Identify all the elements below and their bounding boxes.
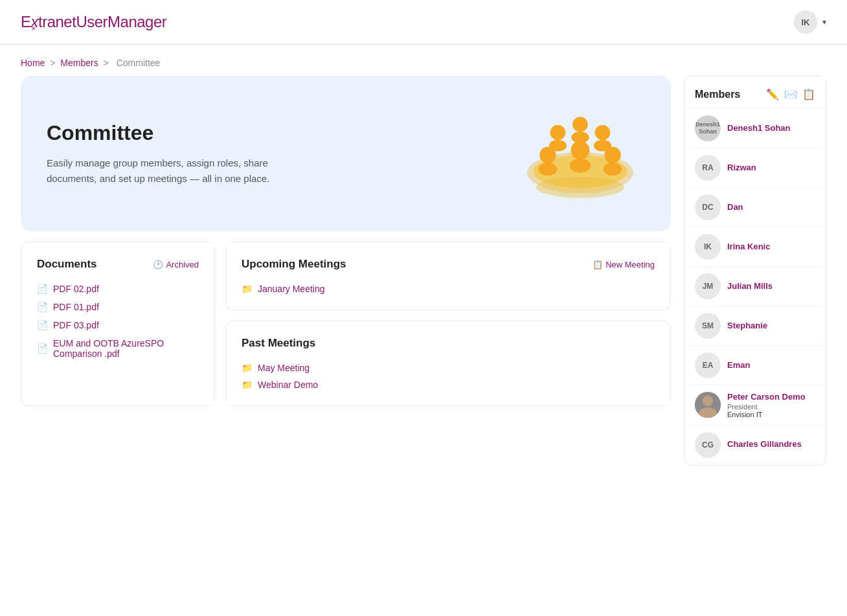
app-logo: Ex✕tranetUserManager xyxy=(21,13,166,31)
meeting-name: May Meeting xyxy=(258,363,310,373)
member-avatar: EA xyxy=(695,352,721,378)
past-meetings-title: Past Meetings xyxy=(242,337,315,350)
member-item[interactable]: EA Eman xyxy=(684,346,826,385)
member-info: Stephanie xyxy=(727,321,815,332)
document-icon: 📄 xyxy=(37,343,48,354)
member-info: Dan xyxy=(727,202,815,213)
member-item[interactable]: SM Stephanie xyxy=(684,306,826,346)
doc-item[interactable]: 📄 PDF 03.pdf xyxy=(37,320,199,330)
past-meeting-item[interactable]: 📁 May Meeting xyxy=(242,363,655,373)
member-name: Eman xyxy=(727,360,815,371)
member-name: Charles Gillandres xyxy=(727,439,815,450)
document-icon: 📄 xyxy=(37,284,48,294)
hero-description: Easily manage group members, assign role… xyxy=(47,155,293,187)
svg-point-14 xyxy=(536,177,624,198)
member-role: President xyxy=(727,403,815,411)
breadcrumb-home[interactable]: Home xyxy=(21,58,45,68)
email-members-button[interactable]: ✉️ xyxy=(784,88,797,100)
breadcrumb-current: Committee xyxy=(117,58,161,68)
member-item[interactable]: IK Irina Kenic xyxy=(684,227,826,267)
folder-icon: 📁 xyxy=(242,380,253,390)
copy-members-button[interactable]: 📋 xyxy=(802,88,815,100)
documents-card: Documents 🕐 Archived 📄 PDF 02.pdf 📄 PDF … xyxy=(21,242,215,406)
user-avatar-button[interactable]: IK xyxy=(794,10,817,34)
svg-point-2 xyxy=(570,141,589,159)
clock-icon: 🕐 xyxy=(153,260,163,269)
member-name: Irina Kenic xyxy=(727,242,815,253)
member-info: Irina Kenic xyxy=(727,242,815,253)
meetings-area: Upcoming Meetings 📋 New Meeting 📁 Januar… xyxy=(225,242,671,406)
svg-point-5 xyxy=(538,163,557,176)
member-avatar: Denesh1Sohan xyxy=(695,115,721,141)
upcoming-meeting-item[interactable]: 📁 January Meeting xyxy=(242,284,655,294)
documents-list: 📄 PDF 02.pdf 📄 PDF 01.pdf 📄 PDF 03.pdf 📄… xyxy=(37,284,199,359)
member-item[interactable]: Denesh1Sohan Denesh1 Sohan xyxy=(684,109,826,148)
members-sidebar: Members ✏️ ✉️ 📋 Denesh1Sohan Denesh1 Soh… xyxy=(684,76,826,466)
members-title: Members xyxy=(695,89,740,100)
member-avatar: RA xyxy=(695,155,721,181)
meeting-name: Webinar Demo xyxy=(258,380,318,390)
header-right: IK ▾ xyxy=(794,10,826,34)
meeting-name: January Meeting xyxy=(258,284,325,294)
svg-point-8 xyxy=(550,125,566,141)
svg-point-16 xyxy=(703,396,713,406)
document-icon: 📄 xyxy=(37,302,48,312)
member-item[interactable]: DC Dan xyxy=(684,188,826,227)
committee-illustration xyxy=(515,102,645,205)
svg-point-12 xyxy=(572,117,588,132)
left-content: Committee Easily manage group members, a… xyxy=(21,76,671,466)
edit-members-button[interactable]: ✏️ xyxy=(766,88,779,100)
doc-item[interactable]: 📄 PDF 02.pdf xyxy=(37,284,199,294)
member-name: Rizwan xyxy=(727,163,815,174)
member-info: Charles Gillandres xyxy=(727,439,815,450)
user-menu-chevron-icon[interactable]: ▾ xyxy=(822,17,826,27)
members-list: Denesh1Sohan Denesh1 Sohan RA Rizwan DC … xyxy=(684,109,826,459)
doc-item[interactable]: 📄 EUM and OOTB AzureSPO Comparison .pdf xyxy=(37,338,199,359)
member-item[interactable]: Peter Carson Demo President Envision IT xyxy=(684,385,826,426)
member-name: Dan xyxy=(727,202,815,213)
breadcrumb: Home > Members > Committee xyxy=(0,45,847,76)
document-icon: 📄 xyxy=(37,320,48,330)
doc-item[interactable]: 📄 PDF 01.pdf xyxy=(37,302,199,312)
member-info: Julian Mills xyxy=(727,281,815,292)
hero-card: Committee Easily manage group members, a… xyxy=(21,76,671,231)
member-info: Peter Carson Demo President Envision IT xyxy=(727,392,815,418)
member-item[interactable]: RA Rizwan xyxy=(684,148,826,188)
upcoming-meetings-header: Upcoming Meetings 📋 New Meeting xyxy=(242,258,655,271)
new-meeting-button[interactable]: 📋 New Meeting xyxy=(593,260,655,269)
member-name: Peter Carson Demo xyxy=(727,392,815,403)
svg-point-3 xyxy=(570,159,591,173)
page-title: Committee xyxy=(47,121,293,145)
member-item[interactable]: JM Julian Mills xyxy=(684,267,826,306)
archived-label: Archived xyxy=(166,260,199,269)
breadcrumb-sep2: > xyxy=(104,58,111,68)
main-content: Committee Easily manage group members, a… xyxy=(0,76,847,486)
member-info: Eman xyxy=(727,360,815,371)
folder-icon: 📁 xyxy=(242,284,253,294)
members-actions: ✏️ ✉️ 📋 xyxy=(766,88,815,100)
member-name: Denesh1 Sohan xyxy=(727,123,815,134)
past-meetings-card: Past Meetings 📁 May Meeting 📁 Webinar De… xyxy=(225,321,671,406)
member-info: Denesh1 Sohan xyxy=(727,123,815,134)
new-meeting-icon: 📋 xyxy=(593,260,603,269)
past-meetings-header: Past Meetings xyxy=(242,337,655,350)
member-avatar: IK xyxy=(695,234,721,260)
documents-title: Documents xyxy=(37,258,97,271)
breadcrumb-sep1: > xyxy=(50,58,58,68)
member-company: Envision IT xyxy=(727,411,815,418)
new-meeting-label: New Meeting xyxy=(605,260,655,269)
member-item[interactable]: CG Charles Gillandres xyxy=(684,426,826,459)
upcoming-meetings-card: Upcoming Meetings 📋 New Meeting 📁 Januar… xyxy=(225,242,671,310)
documents-header: Documents 🕐 Archived xyxy=(37,258,199,271)
breadcrumb-members[interactable]: Members xyxy=(60,58,98,68)
archived-button[interactable]: 🕐 Archived xyxy=(153,260,199,269)
doc-name: PDF 03.pdf xyxy=(53,320,99,330)
past-meeting-item[interactable]: 📁 Webinar Demo xyxy=(242,380,655,390)
doc-name: PDF 01.pdf xyxy=(53,302,99,312)
svg-point-11 xyxy=(594,140,611,152)
doc-name: PDF 02.pdf xyxy=(53,284,99,294)
header: Ex✕tranetUserManager IK ▾ xyxy=(0,0,847,45)
bottom-cards: Documents 🕐 Archived 📄 PDF 02.pdf 📄 PDF … xyxy=(21,242,671,406)
member-info: Rizwan xyxy=(727,163,815,174)
svg-point-7 xyxy=(603,163,622,176)
